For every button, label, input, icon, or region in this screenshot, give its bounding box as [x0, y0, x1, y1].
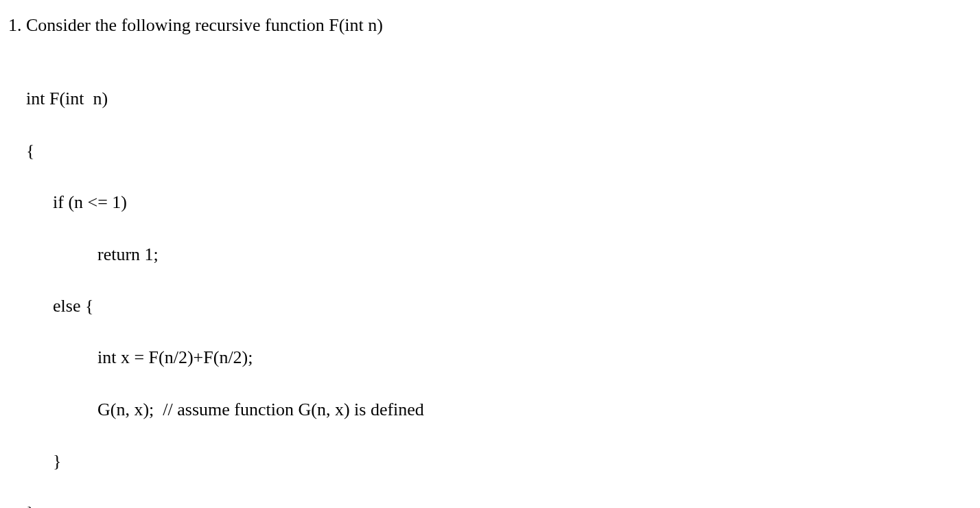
code-line: else { [26, 293, 980, 319]
code-line: { [26, 138, 980, 164]
code-line: return 1; [26, 242, 980, 268]
code-line: int x = F(n/2)+F(n/2); [26, 345, 980, 371]
code-block: int F(int n) { if (n <= 1) return 1; els… [26, 60, 980, 508]
question-prompt: Consider the following recursive functio… [26, 15, 383, 35]
question-header: 1. Consider the following recursive func… [8, 12, 980, 38]
code-line: G(n, x); // assume function G(n, x) is d… [26, 397, 980, 423]
question-number: 1. [8, 15, 22, 35]
code-line: } [26, 448, 980, 474]
code-line: int F(int n) [26, 86, 980, 112]
code-line: if (n <= 1) [26, 189, 980, 216]
code-line: } [26, 500, 980, 508]
